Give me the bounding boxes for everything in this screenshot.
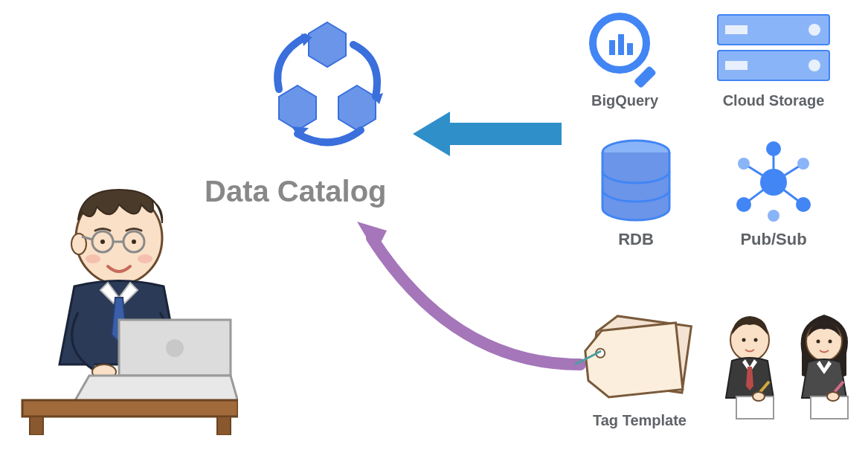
svg-point-63	[827, 392, 839, 401]
svg-point-31	[808, 24, 820, 36]
people-editors	[714, 309, 863, 438]
user-at-laptop	[7, 179, 238, 438]
pubsub-icon	[729, 138, 818, 227]
bigquery-block: BigQuery	[573, 7, 677, 109]
svg-point-53	[742, 338, 746, 342]
bigquery-label: BigQuery	[573, 92, 677, 109]
svg-marker-18	[338, 86, 376, 130]
svg-rect-26	[618, 34, 624, 55]
svg-point-45	[797, 158, 809, 170]
svg-point-59	[817, 340, 820, 344]
svg-point-57	[753, 392, 765, 401]
data-catalog-icon	[245, 15, 409, 167]
svg-rect-25	[609, 40, 615, 55]
svg-point-48	[768, 210, 779, 222]
svg-point-7	[132, 240, 136, 244]
cloudstorage-icon	[710, 7, 837, 89]
svg-point-9	[138, 254, 152, 263]
tagtemplate-label: Tag Template	[565, 412, 714, 429]
rdb-label: RDB	[584, 230, 688, 249]
tag-icon	[575, 305, 705, 409]
svg-point-60	[829, 340, 832, 344]
svg-point-44	[738, 158, 750, 170]
svg-point-8	[86, 254, 100, 263]
svg-rect-27	[627, 43, 633, 55]
data-catalog-title: Data Catalog	[205, 175, 387, 208]
svg-rect-15	[217, 417, 231, 435]
svg-marker-22	[413, 112, 562, 156]
svg-point-6	[100, 240, 105, 244]
pubsub-label: Pub/Sub	[721, 230, 826, 249]
svg-point-46	[736, 197, 751, 212]
svg-rect-13	[22, 400, 238, 417]
svg-rect-24	[634, 65, 657, 89]
svg-marker-16	[309, 22, 346, 67]
svg-marker-17	[279, 86, 316, 130]
tagtemplate-block: Tag Template	[565, 305, 714, 429]
svg-rect-34	[725, 61, 748, 70]
svg-point-43	[766, 141, 781, 156]
svg-rect-14	[30, 417, 43, 435]
svg-rect-30	[725, 25, 748, 34]
arrow-sources-to-catalog	[413, 108, 562, 163]
svg-point-42	[760, 169, 787, 196]
arrow-tags-to-catalog	[342, 208, 588, 382]
database-icon	[595, 138, 677, 227]
bigquery-icon	[584, 7, 666, 89]
rdb-block: RDB	[584, 138, 688, 249]
svg-point-12	[166, 339, 184, 357]
cloudstorage-block: Cloud Storage	[699, 7, 848, 109]
cloudstorage-label: Cloud Storage	[699, 92, 848, 109]
svg-point-54	[754, 338, 758, 342]
svg-point-47	[796, 197, 811, 212]
pubsub-block: Pub/Sub	[721, 138, 826, 249]
svg-point-35	[808, 60, 820, 71]
